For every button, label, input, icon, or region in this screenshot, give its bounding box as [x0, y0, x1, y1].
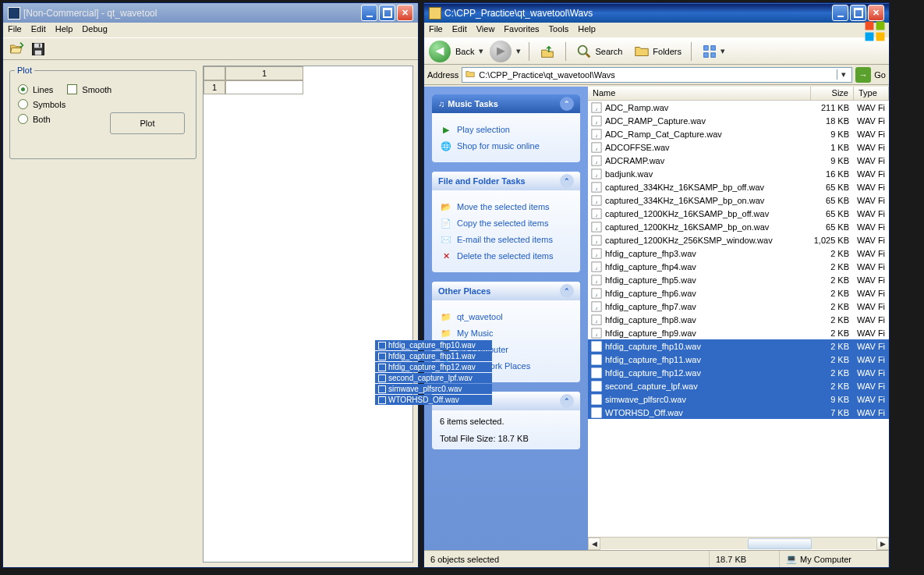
menu-file[interactable]: File	[8, 24, 22, 36]
plot-button[interactable]: Plot	[110, 112, 185, 134]
radio-symbols[interactable]	[18, 99, 28, 109]
back-dropdown[interactable]: ▾	[479, 46, 485, 56]
folders-button[interactable]: Folders	[630, 41, 685, 62]
file-row[interactable]: ♪hfdig_capture_fhp9.wav2 KBWAV Fi	[588, 326, 889, 339]
minimize-button[interactable]	[832, 5, 848, 21]
col-name-header[interactable]: Name	[588, 87, 811, 100]
explorer-titlebar[interactable]: C:\CPP_Practice\qt_wavetool\Wavs	[424, 3, 889, 23]
file-row[interactable]: ♪simwave_plfsrc0.wav9 KBWAV Fi	[588, 392, 889, 406]
file-row[interactable]: ♪captured_1200KHz_16KSAMP_bp_off.wav65 K…	[588, 207, 889, 220]
file-name: hfdig_capture_fhp12.wav	[605, 368, 811, 378]
minimize-button[interactable]	[361, 5, 377, 21]
file-row[interactable]: ♪hfdig_capture_fhp4.wav2 KBWAV Fi	[588, 260, 889, 273]
menu-help[interactable]: Help	[55, 24, 73, 36]
forward-dropdown[interactable]: ▾	[516, 46, 522, 56]
status-bar: 6 objects selected 18.7 KB 💻My Computer	[424, 550, 889, 567]
file-row[interactable]: ♪hfdig_capture_fhp3.wav2 KBWAV Fi	[588, 247, 889, 260]
file-type: WAV Fi	[854, 116, 889, 126]
address-input[interactable]: C:\CPP_Practice\qt_wavetool\Wavs ▾	[462, 67, 852, 83]
file-row[interactable]: ♪ADC_Ramp_Cat_Capture.wav9 KBWAV Fi	[588, 127, 889, 140]
menu-debug[interactable]: Debug	[82, 24, 107, 36]
file-row[interactable]: ♪WTORHSD_Off.wav7 KBWAV Fi	[588, 406, 889, 419]
file-row[interactable]: ♪hfdig_capture_fhp6.wav2 KBWAV Fi	[588, 286, 889, 300]
grid-cell[interactable]	[225, 80, 303, 94]
menu-edit[interactable]: Edit	[31, 24, 46, 36]
collapse-icon[interactable]: ⌃	[560, 174, 574, 188]
up-button[interactable]	[536, 41, 559, 62]
file-folder-tasks-header[interactable]: File and Folder Tasks ⌃	[432, 172, 580, 190]
menu-view[interactable]: View	[476, 24, 495, 36]
back-button[interactable]: ◄	[429, 41, 451, 62]
col-type-header[interactable]: Type	[854, 87, 889, 100]
save-icon[interactable]	[30, 41, 47, 58]
file-row[interactable]: ♪hfdig_capture_fhp5.wav2 KBWAV Fi	[588, 273, 889, 286]
grid-corner[interactable]	[204, 66, 225, 80]
file-row[interactable]: ♪captured_1200KHz_256KSMP_window.wav1,02…	[588, 233, 889, 247]
menu-help[interactable]: Help	[578, 24, 596, 36]
menu-favorites[interactable]: Favorites	[504, 24, 539, 36]
other-places-header[interactable]: Other Places ⌃	[432, 282, 580, 300]
file-name: hfdig_capture_fhp6.wav	[605, 289, 811, 298]
music-tasks-header[interactable]: ♫Music Tasks ⌃	[432, 94, 580, 113]
file-row[interactable]: ♪captured_1200KHz_16KSAMP_bp_on.wav65 KB…	[588, 220, 889, 233]
file-name: badjunk.wav	[605, 169, 811, 179]
go-button[interactable]: →	[855, 67, 871, 83]
file-row[interactable]: ♪hfdig_capture_fhp7.wav2 KBWAV Fi	[588, 300, 889, 313]
other-place-link[interactable]: 💻My Computer	[440, 343, 572, 356]
file-row[interactable]: ♪hfdig_capture_fhp12.wav2 KBWAV Fi	[588, 366, 889, 379]
maximize-button[interactable]	[850, 5, 866, 21]
file-row[interactable]: ♪badjunk.wav16 KBWAV Fi	[588, 167, 889, 180]
other-place-link[interactable]: 🌐My Network Places	[440, 360, 572, 372]
menu-tools[interactable]: Tools	[549, 24, 569, 36]
collapse-icon[interactable]: ⌃	[560, 394, 574, 408]
views-button[interactable]: ▾	[698, 41, 730, 62]
checkbox-smooth[interactable]	[67, 84, 77, 94]
close-button[interactable]	[397, 5, 413, 21]
menu-file[interactable]: File	[429, 24, 443, 36]
file-row[interactable]: ♪ADC_Ramp.wav211 KBWAV Fi	[588, 101, 889, 114]
maximize-button[interactable]	[379, 5, 395, 21]
search-button[interactable]: Search	[572, 41, 625, 62]
file-row[interactable]: ♪ADC_RAMP_Capture.wav18 KBWAV Fi	[588, 114, 889, 127]
scroll-left-button[interactable]: ◀	[588, 538, 600, 550]
file-row[interactable]: ♪hfdig_capture_fhp10.wav2 KBWAV Fi	[588, 339, 889, 353]
address-dropdown[interactable]: ▾	[837, 69, 849, 80]
file-row[interactable]: ♪hfdig_capture_fhp8.wav2 KBWAV Fi	[588, 313, 889, 326]
close-button[interactable]	[868, 5, 884, 21]
grid-col-header[interactable]: 1	[225, 66, 303, 80]
open-icon[interactable]	[8, 41, 25, 58]
radio-lines[interactable]	[18, 84, 28, 94]
file-row[interactable]: ♪second_capture_lpf.wav2 KBWAV Fi	[588, 379, 889, 392]
col-size-header[interactable]: Size	[811, 87, 854, 100]
app-titlebar[interactable]: [Non-Commercial] - qt_wavetool	[3, 3, 418, 23]
file-row[interactable]: ♪ADCOFFSE.wav1 KBWAV Fi	[588, 140, 889, 154]
menu-edit[interactable]: Edit	[452, 24, 467, 36]
file-row[interactable]: ♪captured_334KHz_16KSAMP_bp_off.wav65 KB…	[588, 180, 889, 193]
collapse-icon[interactable]: ⌃	[560, 97, 574, 111]
other-place-link[interactable]: 📁qt_wavetool	[440, 311, 572, 323]
copy-icon: 📄	[440, 217, 452, 229]
copy-items-link[interactable]: 📄Copy the selected items	[440, 217, 572, 229]
scroll-right-button[interactable]: ▶	[876, 538, 889, 550]
horizontal-scrollbar[interactable]: ◀ ▶	[588, 537, 889, 549]
file-row[interactable]: ♪ADCRAMP.wav9 KBWAV Fi	[588, 154, 889, 167]
radio-both[interactable]	[18, 114, 28, 124]
file-type: WAV Fi	[854, 395, 889, 404]
svg-rect-4	[866, 22, 874, 30]
file-row[interactable]: ♪hfdig_capture_fhp11.wav2 KBWAV Fi	[588, 353, 889, 366]
file-type: WAV Fi	[854, 382, 889, 391]
email-items-link[interactable]: ✉️E-mail the selected items	[440, 233, 572, 246]
forward-button[interactable]: ►	[490, 41, 512, 62]
file-row[interactable]: ♪captured_334KHz_16KSAMP_bp_on.wav65 KBW…	[588, 193, 889, 207]
collapse-icon[interactable]: ⌃	[560, 284, 574, 298]
file-list[interactable]: Name Size Type ♪ADC_Ramp.wav211 KBWAV Fi…	[588, 87, 889, 550]
play-selection-link[interactable]: ▶Play selection	[440, 123, 572, 136]
move-items-link[interactable]: 📂Move the selected items	[440, 201, 572, 213]
grid-row-header[interactable]: 1	[204, 80, 225, 94]
details-header[interactable]: Details ⌃	[432, 392, 580, 410]
shop-music-link[interactable]: 🌐Shop for music online	[440, 140, 572, 152]
grid-panel[interactable]: 1 1	[203, 66, 413, 563]
delete-items-link[interactable]: ✕Delete the selected items	[440, 250, 572, 262]
other-place-link[interactable]: 📁My Music	[440, 327, 572, 339]
scroll-thumb[interactable]	[600, 538, 876, 549]
